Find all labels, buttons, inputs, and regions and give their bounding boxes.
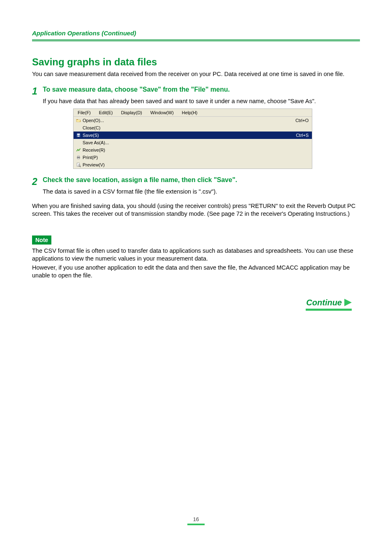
- continue-underline: [306, 309, 352, 311]
- menu-help[interactable]: Help(H): [180, 110, 199, 115]
- save-icon: [75, 133, 82, 138]
- step-1: 1 To save measure data, choose "Save" fr…: [32, 86, 360, 104]
- step-title: Check the save location, assign a file n…: [43, 176, 237, 183]
- svg-rect-5: [78, 158, 80, 159]
- menu-item-label: Receive(R): [82, 148, 304, 152]
- note-badge: Note: [32, 235, 51, 245]
- page-title: Saving graphs in data files: [32, 56, 360, 68]
- continue-indicator: Continue: [32, 298, 360, 307]
- svg-rect-4: [78, 156, 80, 157]
- file-menu-dropdown: Open(O)... Ctrl+O Close(C) Save(S) Ctrl+…: [74, 117, 312, 169]
- svg-rect-1: [77, 134, 80, 135]
- menu-item-receive[interactable]: Receive(R): [74, 146, 312, 154]
- menu-item-label: Save As(A)...: [82, 140, 304, 145]
- svg-line-8: [80, 166, 81, 167]
- menu-item-saveas[interactable]: Save As(A)...: [74, 139, 312, 146]
- step-number: 2: [32, 176, 41, 187]
- page-number-value: 16: [193, 516, 199, 522]
- menu-item-close[interactable]: Close(C): [74, 124, 312, 132]
- menu-item-label: Print(P): [82, 155, 304, 160]
- menu-item-label: Close(C): [82, 125, 304, 130]
- menu-screenshot: File(F) Edit(E) Display(D) Window(W) Hel…: [73, 108, 312, 169]
- menu-edit[interactable]: Edit(E): [97, 110, 115, 115]
- open-icon: [75, 118, 82, 123]
- page-number-underline: [187, 524, 205, 525]
- menu-item-preview[interactable]: Preview(V): [74, 161, 312, 169]
- menu-item-label: Preview(V): [82, 162, 304, 167]
- step-body: The data is saved in a CSV format file (…: [43, 188, 360, 195]
- continue-arrow-icon: [344, 299, 352, 306]
- menu-item-save[interactable]: Save(S) Ctrl+S: [74, 132, 312, 139]
- divider-thick: [32, 39, 360, 41]
- note-text-1: The CSV format file is often used to tra…: [32, 247, 360, 263]
- print-icon: [75, 155, 82, 160]
- divider-thin: [32, 41, 360, 42]
- menu-item-print[interactable]: Print(P): [74, 154, 312, 161]
- menu-window[interactable]: Window(W): [149, 110, 175, 115]
- preview-icon: [75, 162, 82, 167]
- menu-item-label: Save(S): [82, 133, 291, 138]
- page-number: 16: [32, 516, 360, 525]
- menu-item-shortcut: Ctrl+S: [291, 133, 309, 138]
- section-header: Application Operations (Continued): [32, 30, 360, 38]
- after-steps-text: When you are finished saving data, you s…: [32, 202, 360, 218]
- svg-rect-2: [78, 135, 80, 136]
- menu-item-label: Open(O)...: [82, 118, 291, 123]
- intro-text: You can save measurement data received f…: [32, 70, 360, 78]
- menubar: File(F) Edit(E) Display(D) Window(W) Hel…: [74, 109, 312, 117]
- menu-display[interactable]: Display(D): [119, 110, 143, 115]
- menu-item-shortcut: Ctrl+O: [291, 118, 309, 123]
- step-title: To save measure data, choose "Save" from…: [43, 86, 230, 93]
- note-text-2: However, if you use another application …: [32, 264, 360, 280]
- receive-icon: [75, 148, 82, 152]
- menu-file[interactable]: File(F): [76, 110, 92, 115]
- step-number: 1: [32, 86, 41, 97]
- continue-label: Continue: [306, 298, 342, 307]
- step-body: If you have data that has already been s…: [43, 98, 360, 104]
- step-2: 2 Check the save location, assign a file…: [32, 176, 360, 195]
- menu-item-open[interactable]: Open(O)... Ctrl+O: [74, 117, 312, 124]
